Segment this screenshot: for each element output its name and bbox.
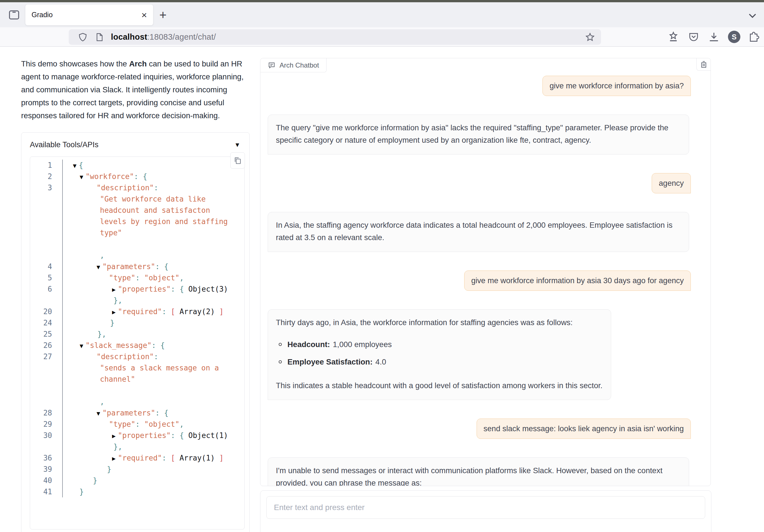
collapse-toggle-icon[interactable]: ▼ <box>80 343 86 349</box>
code-token: : <box>134 172 143 181</box>
gutter-divider <box>52 250 63 261</box>
chatbot-label-text: Arch Chatbot <box>280 61 319 69</box>
tools-accordion-header[interactable]: Available Tools/APIs ▼ <box>21 132 250 156</box>
download-icon[interactable] <box>708 31 720 43</box>
chat-bubble-bot: Thirty days ago, in Asia, the workforce … <box>268 309 611 400</box>
collapse-toggle-icon[interactable]: ▶ <box>112 309 118 315</box>
chat-text-input[interactable] <box>266 496 705 519</box>
gutter-divider <box>52 441 63 452</box>
page-info-icon[interactable] <box>95 32 104 42</box>
code-row: channel" <box>30 374 244 385</box>
gutter-divider <box>52 295 63 306</box>
code-row: 36▶"required": [ Array(1) ] <box>30 452 244 463</box>
browser-tab[interactable]: Gradio × <box>25 5 153 25</box>
tab-list-chevron-icon[interactable] <box>747 10 758 21</box>
code-token: , <box>179 273 184 282</box>
code-row: 39} <box>30 463 244 475</box>
account-avatar[interactable]: S <box>728 31 740 43</box>
accordion-collapse-arrow-icon[interactable]: ▼ <box>234 141 240 149</box>
code-row: }, <box>30 295 244 306</box>
gutter-divider <box>52 306 63 317</box>
chatbot-label: Arch Chatbot <box>261 58 326 72</box>
code-line-content: "description": <box>63 184 158 192</box>
code-row: 30▶"properties": { Object(1) <box>30 430 244 441</box>
message-text: give me workforce information by asia 30… <box>471 274 684 287</box>
code-token: channel" <box>100 375 135 383</box>
line-number: 24 <box>30 319 52 327</box>
line-number: 6 <box>30 285 52 293</box>
code-token: "object" <box>144 273 179 282</box>
chat-message-row-bot: The query "give me workforce information… <box>268 114 703 154</box>
chat-bubble-icon <box>268 61 276 69</box>
code-token: Object(1) <box>184 431 228 440</box>
gutter-divider <box>52 430 63 441</box>
code-line-content: "description": <box>63 352 158 361</box>
code-row: 4▼"parameters": { <box>30 261 244 272</box>
chat-message-row-user: send slack message: looks liek agency in… <box>268 419 703 439</box>
extensions-puzzle-icon[interactable] <box>748 31 761 43</box>
chat-message-row-user: agency <box>268 173 703 193</box>
code-token: ] <box>219 454 224 462</box>
save-to-collection-icon[interactable] <box>667 31 679 43</box>
chat-bubble-user: send slack message: looks liek agency in… <box>477 419 691 439</box>
code-line-content: ▼"parameters": { <box>63 409 168 417</box>
new-tab-button[interactable]: + <box>159 9 167 21</box>
code-rows: 1▼{2▼"workforce": {3"description":"Get w… <box>30 157 244 497</box>
collapse-toggle-icon[interactable]: ▼ <box>80 174 86 180</box>
code-line-content: } <box>63 487 84 496</box>
url-bar[interactable]: localhost:18083/agent/chat/ <box>69 29 601 45</box>
code-token: }, <box>97 330 106 338</box>
code-token: : <box>171 431 180 440</box>
copy-button[interactable] <box>230 152 245 169</box>
collapse-toggle-icon[interactable]: ▶ <box>112 433 118 440</box>
message-text: In Asia, the staffing agency workforce d… <box>276 219 680 244</box>
code-row: 5"type": "object", <box>30 272 244 283</box>
line-number: 25 <box>30 330 52 338</box>
code-row: 28▼"parameters": { <box>30 407 244 419</box>
code-token: "object" <box>144 420 179 429</box>
code-token: : <box>155 409 164 417</box>
code-token: : <box>154 352 158 361</box>
tools-accordion: Available Tools/APIs ▼ 1▼{2▼"workforce":… <box>21 132 250 532</box>
bookmark-star-icon[interactable] <box>585 32 595 43</box>
collapse-toggle-icon[interactable]: ▼ <box>96 264 102 270</box>
code-token: } <box>80 487 84 496</box>
gutter-divider <box>52 239 63 250</box>
gutter-divider <box>52 171 63 182</box>
code-row: 6▶"properties": { Object(3) <box>30 283 244 295</box>
shield-icon[interactable] <box>78 32 88 42</box>
url-text: localhost:18083/agent/chat/ <box>111 32 216 42</box>
line-number: 40 <box>30 476 52 485</box>
code-row: , <box>30 396 244 407</box>
message-text: I'm unable to send messages or interact … <box>276 464 680 486</box>
collapse-toggle-icon[interactable]: ▶ <box>112 455 118 462</box>
code-token: , <box>100 398 104 406</box>
gutter-divider <box>52 340 63 351</box>
collapse-toggle-icon[interactable]: ▼ <box>96 410 102 417</box>
line-number: 3 <box>30 184 52 192</box>
tab-overview-icon[interactable] <box>7 8 21 22</box>
chat-bubble-user: give me workforce information by asia 30… <box>464 270 691 291</box>
code-token: [ <box>171 454 175 462</box>
code-token: { <box>143 172 147 181</box>
window-top-strip <box>0 0 764 2</box>
pocket-icon[interactable] <box>687 31 700 43</box>
collapse-toggle-icon[interactable]: ▼ <box>73 162 79 169</box>
code-row: 26▼"slack_message": { <box>30 340 244 351</box>
code-token: "properties" <box>118 285 171 293</box>
code-line-content: ▶"required": [ Array(2) ] <box>63 307 224 316</box>
code-row: 20▶"required": [ Array(2) ] <box>30 306 244 317</box>
tab-close-icon[interactable]: × <box>141 10 147 20</box>
chat-message-row-bot: Thirty days ago, in Asia, the workforce … <box>268 309 703 400</box>
gutter-divider <box>52 351 63 362</box>
url-path: :18083/agent/chat/ <box>147 32 216 41</box>
gutter-divider <box>52 261 63 272</box>
chat-message-row-user: give me workforce information by asia 30… <box>268 270 703 291</box>
code-line-content: levels by region and staffing <box>63 217 228 226</box>
code-row: }, <box>30 441 244 452</box>
collapse-toggle-icon[interactable]: ▶ <box>112 286 118 293</box>
code-line-content: , <box>63 398 104 406</box>
code-token: }, <box>113 443 122 451</box>
clear-chat-button[interactable] <box>696 58 710 71</box>
chat-bubble-bot: I'm unable to send messages or interact … <box>268 457 689 486</box>
